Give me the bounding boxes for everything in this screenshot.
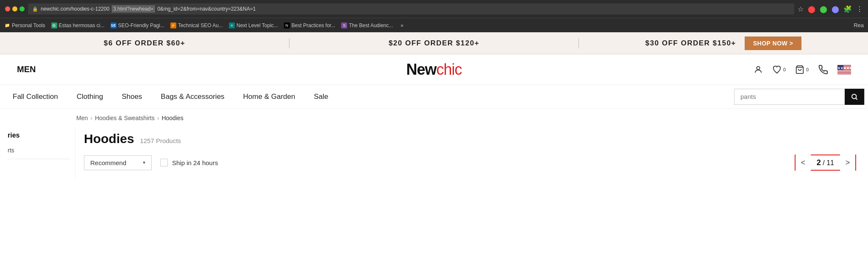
url-highlight: 3.html?newhead= <box>112 6 155 12</box>
bookmark-star-icon[interactable]: ☆ <box>798 5 804 13</box>
more-bookmarks[interactable]: » <box>401 22 403 28</box>
nav-item-bags-accessories[interactable]: Bags & Accessories <box>151 93 234 101</box>
cart-count: 0 <box>806 67 809 72</box>
svg-rect-6 <box>837 70 851 70</box>
nav-item-sale[interactable]: Sale <box>304 93 337 101</box>
sidebar-item-sub[interactable]: rts <box>8 145 71 155</box>
promo-offer-2: $20 OFF ORDER $120+ <box>289 39 579 48</box>
address-bar[interactable]: 🔒 newchic.com/hoodies-c-122003.html?newh… <box>28 3 794 14</box>
svg-rect-8 <box>837 73 851 73</box>
page-current: 2 <box>817 158 821 167</box>
page-title: Hoodies <box>84 132 134 146</box>
bookmark-label: Personal Tools <box>12 22 45 28</box>
svg-line-12 <box>856 98 857 99</box>
cart-icon[interactable]: 0 <box>795 65 809 74</box>
window-controls <box>5 6 25 11</box>
teal-icon: ≡ <box>229 22 235 28</box>
content-toolbar: Recommend ▾ Ship in 24 hours < 2 / 11 > <box>84 155 856 171</box>
nav-search <box>734 89 865 105</box>
pagination-box: < 2 / 11 > <box>795 155 856 171</box>
country-flag-icon[interactable]: ★★★★★★★★★★★★★★★★★★★★★★★★★★★★★★★★★★★★★★★★… <box>837 65 851 74</box>
shop-now-button[interactable]: SHOP NOW > <box>745 37 802 50</box>
bookmarks-bar: 📁 Personal Tools G Estas hermosas ci... … <box>0 18 868 32</box>
svg-point-11 <box>852 94 857 99</box>
minimize-dot[interactable] <box>12 6 17 11</box>
bookmark-estas[interactable]: G Estas hermosas ci... <box>51 22 105 28</box>
extension-icon-red[interactable]: ⬤ <box>808 5 815 13</box>
breadcrumb-current: Hoodies <box>161 115 183 121</box>
bookmark-folder[interactable]: 📁 Personal Tools <box>4 22 45 28</box>
page-info: 2 / 11 <box>811 158 840 167</box>
nav-bar: Fall Collection Clothing Shoes Bags & Ac… <box>0 85 868 109</box>
page-separator: / <box>823 159 826 166</box>
extensions-icon[interactable]: 🧩 <box>843 5 852 13</box>
promo-offer-3: $30 OFF ORDER $150+ SHOP NOW > <box>579 37 868 50</box>
folder-icon: 📁 <box>4 22 10 28</box>
bookmark-label: Technical SEO Au... <box>178 22 223 28</box>
bookmark-technical-seo[interactable]: ⚡ Technical SEO Au... <box>170 22 223 28</box>
browser-chrome: 🔒 newchic.com/hoodies-c-122003.html?newh… <box>0 0 868 18</box>
bookmark-best-practices[interactable]: N Best Practices for... <box>284 22 335 28</box>
bookmark-next-level[interactable]: ≡ Next Level Topic... <box>229 22 278 28</box>
url-start: newchic.com/hoodies-c-12200 <box>41 6 109 12</box>
sort-label: Recommend <box>90 159 126 166</box>
black-icon: N <box>284 22 290 28</box>
product-count: 1257 Products <box>140 137 181 144</box>
promo-banner: $6 OFF ORDER $60+ $20 OFF ORDER $120+ $3… <box>0 32 868 54</box>
breadcrumb: Men › Hoodies & Sweatshirts › Hoodies <box>0 109 868 127</box>
breadcrumb-sep-2: › <box>157 115 159 121</box>
content-area: Hoodies 1257 Products Recommend ▾ Ship i… <box>75 127 865 179</box>
nav-item-home-garden[interactable]: Home & Garden <box>234 93 305 101</box>
account-icon[interactable] <box>754 65 763 74</box>
pagination: < 2 / 11 > <box>795 155 856 171</box>
page-total: 11 <box>826 159 834 166</box>
bookmark-label: Next Level Topic... <box>236 22 278 28</box>
maximize-dot[interactable] <box>19 6 25 11</box>
bookmark-seo[interactable]: SE SEO-Friendly Pagi... <box>111 22 164 28</box>
nav-men-link[interactable]: MEN <box>17 65 36 74</box>
chevron-down-icon: ▾ <box>143 160 145 166</box>
url-end: 0&mg_id=2&from=nav&country=223&NA=1 <box>157 6 256 12</box>
reading-list-icon[interactable]: Rea <box>854 22 864 28</box>
header-left: MEN <box>17 65 36 74</box>
sidebar: ries rts <box>3 127 75 179</box>
nav-item-clothing[interactable]: Clothing <box>67 93 112 101</box>
logo-new: New <box>406 61 436 78</box>
header-right: 0 0 ★★★★★★★★★★★★★★★★★★★★★★★★★★★★★★★★★★★★… <box>754 65 851 75</box>
svg-text:★★★★★★★★★★★★★★★★★★★★★★★★★★★★★★: ★★★★★★★★★★★★★★★★★★★★★★★★★★★★★★★★★★★★★★★★… <box>837 66 851 70</box>
ship-in-24-wrapper: Ship in 24 hours <box>160 159 218 166</box>
search-button[interactable] <box>845 89 864 105</box>
bookmark-label: SEO-Friendly Pagi... <box>118 22 164 28</box>
close-dot[interactable] <box>5 6 10 11</box>
ship-in-24-checkbox[interactable] <box>160 159 168 166</box>
breadcrumb-men[interactable]: Men <box>76 115 88 121</box>
purple-icon: S <box>341 22 347 28</box>
search-box <box>734 89 865 105</box>
breadcrumb-hoodies-sweatshirts[interactable]: Hoodies & Sweatshirts <box>95 115 155 121</box>
next-page-button[interactable]: > <box>840 155 855 171</box>
search-input[interactable] <box>734 89 845 104</box>
bookmark-best-audience[interactable]: S The Best Audienc... <box>341 22 393 28</box>
nav-item-shoes[interactable]: Shoes <box>112 93 151 101</box>
orange-icon: ⚡ <box>170 22 176 28</box>
site-logo[interactable]: Newchic <box>406 61 462 79</box>
gw-icon: G <box>51 22 57 28</box>
svg-point-0 <box>757 66 760 69</box>
bookmark-label: Estas hermosas ci... <box>59 22 105 28</box>
bookmark-label: Best Practices for... <box>292 22 335 28</box>
main-nav: Fall Collection Clothing Shoes Bags & Ac… <box>3 93 734 101</box>
bookmark-label: The Best Audienc... <box>349 22 393 28</box>
sort-dropdown[interactable]: Recommend ▾ <box>84 155 152 170</box>
extension-icon-blue[interactable]: ⬤ <box>832 5 839 13</box>
menu-icon[interactable]: ⋮ <box>856 5 863 13</box>
prev-page-button[interactable]: < <box>796 155 811 171</box>
wishlist-icon[interactable]: 0 <box>772 65 786 74</box>
promo-offer-1: $6 OFF ORDER $60+ <box>0 39 289 48</box>
ship-in-24-label: Ship in 24 hours <box>172 159 218 166</box>
nav-item-fall-collection[interactable]: Fall Collection <box>3 93 67 101</box>
extension-icon-green[interactable]: ⬤ <box>820 5 827 13</box>
svg-rect-7 <box>837 71 851 72</box>
logo-chic: chic <box>437 61 462 78</box>
support-icon[interactable] <box>818 65 828 75</box>
main-layout: ries rts Hoodies 1257 Products Recommend… <box>0 127 868 179</box>
